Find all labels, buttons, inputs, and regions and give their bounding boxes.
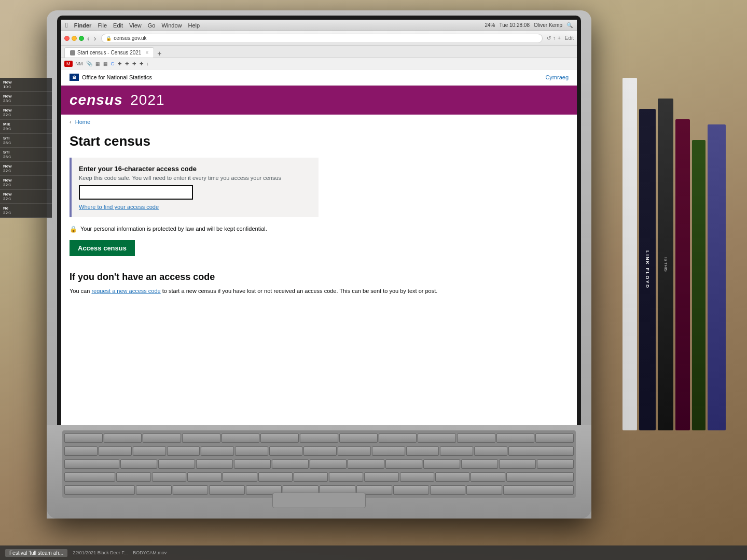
forward-button[interactable]: › bbox=[93, 34, 98, 43]
address-bar[interactable]: 🔒 census.gov.uk bbox=[101, 34, 543, 43]
access-code-input[interactable] bbox=[79, 185, 193, 200]
back-button[interactable]: ‹ bbox=[86, 34, 91, 43]
key-y[interactable] bbox=[310, 459, 347, 469]
key-u[interactable] bbox=[348, 459, 384, 469]
key-e[interactable] bbox=[196, 459, 233, 469]
key-minus[interactable] bbox=[440, 446, 473, 456]
bookmark-clip[interactable]: 📎 bbox=[86, 61, 92, 66]
key-d[interactable] bbox=[187, 472, 222, 482]
key-g[interactable] bbox=[258, 472, 293, 482]
key-tab[interactable] bbox=[64, 459, 119, 469]
notif-item-1[interactable]: New 10:1 bbox=[0, 78, 52, 92]
key-x[interactable] bbox=[173, 485, 209, 495]
key-k[interactable] bbox=[364, 472, 398, 482]
key-9[interactable] bbox=[372, 446, 405, 456]
key-h[interactable] bbox=[294, 472, 328, 482]
find-code-link[interactable]: Where to find your access code bbox=[79, 204, 311, 210]
key-period[interactable] bbox=[430, 485, 466, 495]
key-7[interactable] bbox=[303, 446, 337, 456]
notif-item-7[interactable]: New 22:1 bbox=[0, 162, 52, 176]
new-tab-button[interactable]: + bbox=[157, 49, 161, 58]
key-return[interactable] bbox=[506, 472, 574, 482]
minimize-button[interactable] bbox=[72, 36, 77, 41]
trackpad[interactable] bbox=[272, 493, 366, 508]
bookmark-plus4[interactable]: ✚ bbox=[140, 61, 144, 66]
menu-finder[interactable]: Finder bbox=[74, 22, 92, 29]
bookmark-plus2[interactable]: ✚ bbox=[125, 61, 129, 66]
key-f1[interactable] bbox=[104, 433, 142, 443]
key-shift-right[interactable] bbox=[503, 485, 574, 495]
key-backtick[interactable] bbox=[64, 446, 98, 456]
maximize-button[interactable] bbox=[79, 36, 84, 41]
notif-item-10[interactable]: Ne 22:1 bbox=[0, 204, 52, 218]
key-3[interactable] bbox=[167, 446, 200, 456]
key-s[interactable] bbox=[152, 472, 186, 482]
key-w[interactable] bbox=[158, 459, 195, 469]
request-new-code-link[interactable]: request a new access code bbox=[91, 288, 160, 294]
key-quote[interactable] bbox=[471, 472, 505, 482]
menu-file[interactable]: File bbox=[98, 22, 107, 29]
notif-item-8[interactable]: New 22:1 bbox=[0, 176, 52, 190]
bookmark-icon[interactable]: + bbox=[558, 35, 561, 41]
notif-item-4[interactable]: Mik 29:1 bbox=[0, 120, 52, 134]
key-bracketright[interactable] bbox=[537, 459, 574, 469]
search-icon[interactable]: 🔍 bbox=[566, 22, 573, 28]
bookmark-grid2[interactable]: ▦ bbox=[103, 61, 108, 66]
key-p[interactable] bbox=[461, 459, 498, 469]
key-l[interactable] bbox=[400, 472, 434, 482]
bookmark-plus1[interactable]: ✚ bbox=[118, 61, 122, 66]
share-icon[interactable]: ↑ bbox=[553, 35, 556, 41]
cymraeg-link[interactable]: Cymraeg bbox=[545, 74, 569, 80]
key-5[interactable] bbox=[235, 446, 268, 456]
key-c[interactable] bbox=[209, 485, 245, 495]
menu-go[interactable]: Go bbox=[148, 22, 156, 29]
key-4[interactable] bbox=[201, 446, 234, 456]
active-tab[interactable]: Start census - Census 2021 × bbox=[64, 47, 154, 58]
breadcrumb-home-link[interactable]: Home bbox=[75, 119, 90, 125]
key-capslock[interactable] bbox=[64, 472, 115, 482]
bookmark-plus3[interactable]: ✚ bbox=[132, 61, 136, 66]
bookmark-download[interactable]: ↓ bbox=[147, 61, 149, 66]
key-1[interactable] bbox=[99, 446, 132, 456]
key-q[interactable] bbox=[120, 459, 157, 469]
edit-button[interactable]: Edit bbox=[565, 35, 574, 41]
key-8[interactable] bbox=[338, 446, 371, 456]
notif-item-9[interactable]: New 22:1 bbox=[0, 190, 52, 204]
key-f9[interactable] bbox=[418, 433, 456, 443]
access-census-button[interactable]: Access census bbox=[70, 240, 135, 256]
key-f6[interactable] bbox=[300, 433, 338, 443]
bookmark-nm[interactable]: NM bbox=[76, 61, 83, 66]
key-comma[interactable] bbox=[393, 485, 429, 495]
key-0[interactable] bbox=[406, 446, 439, 456]
bookmark-g[interactable]: G bbox=[111, 61, 115, 66]
key-f3[interactable] bbox=[182, 433, 220, 443]
key-o[interactable] bbox=[423, 459, 460, 469]
key-f7[interactable] bbox=[339, 433, 378, 443]
key-6[interactable] bbox=[269, 446, 302, 456]
key-f12[interactable] bbox=[535, 433, 574, 443]
key-f5[interactable] bbox=[260, 433, 299, 443]
key-f8[interactable] bbox=[379, 433, 417, 443]
menu-window[interactable]: Window bbox=[161, 22, 182, 29]
key-f10[interactable] bbox=[457, 433, 495, 443]
bookmark-m[interactable]: M bbox=[64, 61, 73, 67]
key-esc[interactable] bbox=[64, 433, 103, 443]
bookmark-grid1[interactable]: ▦ bbox=[95, 61, 100, 66]
key-equals[interactable] bbox=[474, 446, 507, 456]
menu-edit[interactable]: Edit bbox=[113, 22, 123, 29]
taskbar-item-1[interactable]: Festival 'full steam ah... bbox=[5, 549, 67, 557]
key-f[interactable] bbox=[223, 472, 257, 482]
key-bracketleft[interactable] bbox=[499, 459, 536, 469]
key-semicolon[interactable] bbox=[435, 472, 469, 482]
key-shift-left[interactable] bbox=[64, 485, 135, 495]
key-j[interactable] bbox=[329, 472, 363, 482]
notif-item-5[interactable]: STI 26:1 bbox=[0, 134, 52, 148]
key-slash[interactable] bbox=[466, 485, 502, 495]
key-i[interactable] bbox=[385, 459, 422, 469]
key-backspace[interactable] bbox=[508, 446, 574, 456]
key-a[interactable] bbox=[116, 472, 150, 482]
notif-item-3[interactable]: New 22:1 bbox=[0, 106, 52, 120]
key-r[interactable] bbox=[234, 459, 271, 469]
key-2[interactable] bbox=[133, 446, 166, 456]
close-tab-icon[interactable]: × bbox=[145, 50, 148, 55]
